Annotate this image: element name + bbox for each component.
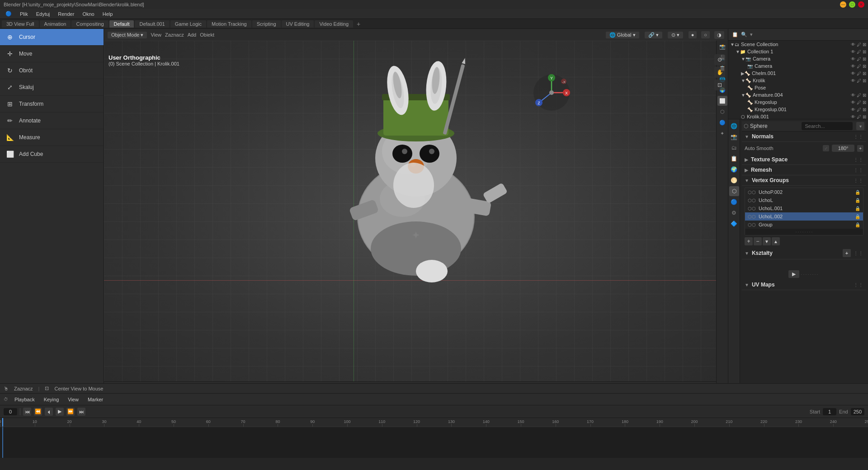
toggle-xray-button[interactable]: ✋	[714, 67, 725, 78]
shading-lookdev[interactable]: ◑	[714, 31, 724, 39]
normals-section-header[interactable]: ▼ Normals ⋮⋮	[742, 132, 866, 142]
pivot-dropdown[interactable]: ⊙ ▾	[668, 32, 683, 38]
shading-solid[interactable]: ●	[689, 31, 697, 38]
tool-rotate[interactable]: ↻ Obrót	[0, 62, 104, 79]
prop-icon-scene2[interactable]: 🌍	[729, 164, 739, 174]
outliner-item-chelm[interactable]: ▶ 🦴 Chelm.001 👁 🖊 ⊠	[728, 70, 868, 77]
jump-to-start-button[interactable]: ⏮	[23, 408, 31, 416]
vgroup-move-up-button[interactable]: ▲	[772, 237, 780, 245]
normals-add-button[interactable]: +	[857, 145, 863, 152]
outliner-item-krolik[interactable]: ▼ 🦴 Krolik 👁 🖊 ⊠	[728, 77, 868, 84]
props-icon-render[interactable]: 📸	[717, 42, 727, 52]
toggle-overlays-button[interactable]: ⊡	[714, 80, 725, 90]
vgroup-group[interactable]: ⬡⬡ Group 🔒	[745, 221, 863, 229]
tab-3dviewfull[interactable]: 3D View Full	[2, 20, 39, 28]
viewport-add-menu[interactable]: Add	[188, 32, 197, 38]
auto-smooth-checkbox[interactable]: ✓	[823, 145, 829, 151]
outliner-item-armature[interactable]: ▼ 🦴 Armature.004 👁 🖊 ⊠	[728, 91, 868, 99]
outliner-item-krolik001[interactable]: ⬡ Krolik.001 👁 🖊 ⊠	[728, 113, 868, 119]
close-button[interactable]: ✕	[858, 1, 864, 8]
prop-icon-particles2[interactable]: ⚙	[729, 208, 739, 218]
outliner-item-collection1[interactable]: ▼ 📁 Collection 1 👁 🖊 ⊠	[728, 48, 868, 55]
props-icon-material[interactable]: 🔵	[717, 118, 727, 127]
outliner-item-kregoslup001[interactable]: 🦴 Kregoslup.001 👁 🖊 ⊠	[728, 106, 868, 113]
props-search-input[interactable]	[803, 122, 851, 130]
props-icon-object[interactable]: ⬜	[717, 96, 727, 106]
prop-icon-scene[interactable]: 🌐	[729, 121, 739, 131]
prop-icon-view[interactable]: 📋	[729, 154, 739, 164]
keying-menu[interactable]: Keying	[41, 396, 62, 403]
jump-to-end-button[interactable]: ⏭	[77, 408, 85, 416]
start-frame-display[interactable]: 1	[823, 408, 836, 415]
menu-help[interactable]: Help	[99, 10, 117, 18]
maximize-button[interactable]: □	[849, 1, 855, 8]
texture-space-header[interactable]: ▶ Texture Space ⋮⋮	[742, 155, 866, 165]
menu-okno[interactable]: Okno	[79, 10, 98, 18]
vgroup-add-button[interactable]: +	[745, 237, 753, 245]
tool-measure[interactable]: 📐 Measure	[0, 129, 104, 146]
current-frame-display[interactable]: 0	[4, 408, 17, 415]
tab-videoediting[interactable]: Video Editing	[315, 20, 353, 28]
vgroup-remove-button[interactable]: −	[754, 237, 762, 245]
outliner-item-scenecollection[interactable]: ▼ 🗂 Scene Collection 👁 🖊 ⊠	[728, 41, 868, 48]
tab-motiontracking[interactable]: Motion Tracking	[207, 20, 251, 28]
tool-transform[interactable]: ⊞ Transform	[0, 96, 104, 113]
tab-gamelogic[interactable]: Game Logic	[170, 20, 206, 28]
prop-icon-world[interactable]: 🌕	[729, 175, 739, 185]
vgroup-uchop002[interactable]: ⬡⬡ UchoP.002 🔒	[745, 188, 863, 196]
object-mode-dropdown[interactable]: Object Mode ▾	[108, 32, 147, 38]
vgroup-uchol002[interactable]: ⬡⬡ UchoL.002 🔒	[745, 212, 863, 221]
viewport-select-menu[interactable]: Zaznacz	[165, 32, 184, 38]
timeline-track[interactable]: 0102030405060708090100110120130140150160…	[0, 418, 868, 458]
snap-dropdown[interactable]: 🔗 ▾	[645, 32, 662, 38]
prop-icon-output[interactable]: 🗂	[729, 143, 739, 153]
tool-cursor[interactable]: ⊕ Cursor	[0, 29, 104, 46]
viewport[interactable]: Object Mode ▾ View Zaznacz Add Obiekt 🌐 …	[104, 29, 728, 393]
tab-animation[interactable]: Animation	[40, 20, 71, 28]
menu-render[interactable]: Render	[54, 10, 78, 18]
playback-menu[interactable]: Playback	[12, 396, 38, 403]
prop-icon-material[interactable]: 🔵	[729, 197, 739, 207]
auto-smooth-angle[interactable]: 180°	[832, 145, 854, 152]
tool-addcube[interactable]: ⬜ Add Cube	[0, 146, 104, 163]
play-back-button[interactable]: ⏴	[45, 408, 53, 416]
outliner-item-camera[interactable]: ▼ 📷 Camera 👁 🖊 ⊠	[728, 55, 868, 62]
play-forward-button[interactable]: ▶	[56, 408, 64, 416]
menu-plik[interactable]: Plik	[16, 10, 32, 18]
vgroup-move-down-button[interactable]: ▼	[763, 237, 771, 245]
uv-maps-header[interactable]: ▼ UV Maps ⋮⋮	[742, 280, 866, 290]
viewport-object-menu[interactable]: Obiekt	[200, 32, 214, 38]
minimize-button[interactable]: —	[840, 1, 846, 8]
prop-icon-object-data[interactable]: ⬡	[729, 186, 739, 196]
ksztalty-add-button[interactable]: +	[843, 249, 851, 257]
viewport-view-menu[interactable]: View	[151, 32, 161, 38]
outliner-item-camera-inner[interactable]: 📷 Camera 👁 🖊 ⊠	[728, 62, 868, 70]
tab-default[interactable]: Default	[109, 20, 134, 28]
tool-scale[interactable]: ⤢ Skaluj	[0, 79, 104, 96]
tab-uvediting[interactable]: UV Editing	[282, 20, 314, 28]
outliner-item-kregoslup[interactable]: 🦴 Kregoslup 👁 🖊 ⊠	[728, 99, 868, 106]
props-filter-button[interactable]: ▾	[856, 122, 864, 130]
tool-move[interactable]: ✛ Move	[0, 46, 104, 62]
zoom-to-fit-button[interactable]: ⊙	[714, 54, 725, 65]
ksztalty-header[interactable]: ▼ Kształty + ⋮⋮	[742, 247, 866, 259]
menu-blender[interactable]: 🔵	[2, 10, 15, 18]
props-icon-mesh[interactable]: ⬡	[717, 107, 727, 117]
global-local-dropdown[interactable]: 🌐 Global ▾	[606, 32, 639, 38]
view-menu[interactable]: View	[65, 396, 81, 403]
jump-forward-button[interactable]: ⏩	[66, 408, 75, 416]
tab-compositing[interactable]: Compositing	[71, 20, 108, 28]
props-icon-particles[interactable]: ✦	[717, 128, 727, 138]
outliner-item-pose[interactable]: 🦴 Pose	[728, 84, 868, 91]
tab-default001[interactable]: Default.001	[135, 20, 169, 28]
menu-edytuj[interactable]: Edytuj	[33, 10, 54, 18]
vgroup-uchol[interactable]: ⬡⬡ UchoL 🔒	[745, 196, 863, 204]
vgroup-uchol001[interactable]: ⬡⬡ UchoL.001 🔒	[745, 204, 863, 212]
timeline-cursor[interactable]	[2, 418, 3, 427]
tab-add-button[interactable]: +	[354, 19, 363, 28]
end-frame-display[interactable]: 250	[851, 408, 864, 415]
navigation-gizmo[interactable]: X Y Z -X	[531, 72, 572, 113]
ksztalty-play-button[interactable]: ▶	[788, 270, 799, 278]
jump-back-button[interactable]: ⏪	[34, 408, 42, 416]
prop-icon-render[interactable]: 📸	[729, 132, 739, 142]
